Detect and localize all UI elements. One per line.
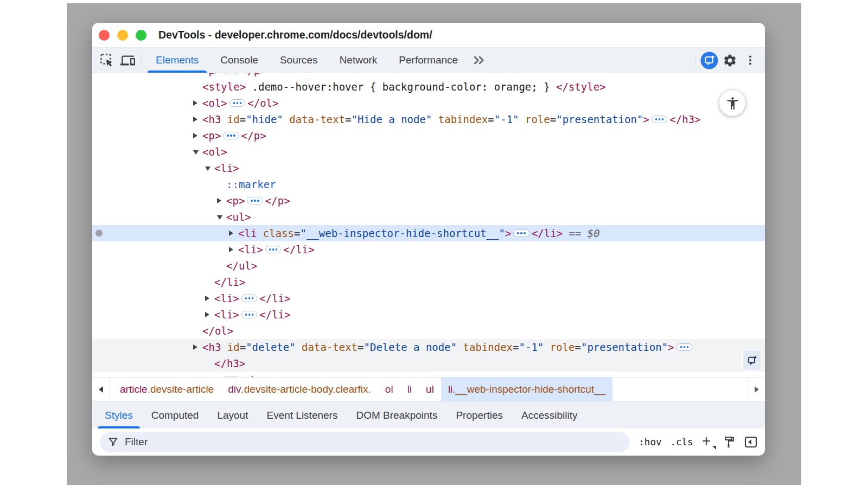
dom-tree-row[interactable]: </ul> bbox=[92, 258, 765, 274]
more-tabs-icon[interactable] bbox=[469, 48, 489, 73]
expander-arrow-icon[interactable] bbox=[205, 165, 214, 171]
expander-arrow-icon[interactable] bbox=[217, 198, 226, 203]
ellipsis-expand-icon[interactable] bbox=[676, 343, 693, 351]
dom-tree-row[interactable]: <li> bbox=[92, 160, 765, 176]
dom-tree-row[interactable]: <li></li> bbox=[92, 241, 765, 258]
expander-arrow-icon[interactable] bbox=[193, 133, 202, 138]
dom-tree-panel: <p></p><style> .demo--hover:hover { back… bbox=[92, 73, 765, 377]
dom-tree-row[interactable]: <h3 id="hide" data-text="Hide a node" ta… bbox=[92, 111, 765, 127]
code-token-text: .demo--hover:hover { background-color: o… bbox=[246, 81, 556, 93]
dom-tree-row[interactable]: <p></p> bbox=[92, 193, 765, 209]
tab-dom-breakpoints[interactable]: DOM Breakpoints bbox=[347, 402, 446, 428]
ellipsis-expand-icon[interactable] bbox=[247, 197, 263, 204]
new-style-rule-button[interactable]: + bbox=[702, 433, 714, 451]
window-titlebar: DevTools - developer.chrome.com/docs/dev… bbox=[92, 23, 765, 48]
dom-tree-row[interactable]: ::marker bbox=[92, 176, 765, 193]
expander-arrow-icon[interactable] bbox=[229, 231, 238, 236]
breadcrumb-item-article-devsite-article[interactable]: article.devsite-article bbox=[113, 378, 221, 401]
paint-format-icon[interactable] bbox=[723, 436, 736, 449]
dom-tree-row[interactable]: </h3> bbox=[92, 355, 765, 372]
code-token-text: = bbox=[358, 341, 363, 353]
panel-tabs: ElementsConsoleSourcesNetworkPerformance bbox=[145, 48, 469, 73]
zoom-window-button[interactable] bbox=[136, 30, 146, 41]
minimize-window-button[interactable] bbox=[117, 30, 128, 41]
code-token-tag: <ul> bbox=[226, 211, 251, 223]
code-token-attr: tabindex bbox=[463, 341, 513, 353]
dom-tree-row[interactable]: <p></p> bbox=[92, 127, 765, 144]
tab-performance[interactable]: Performance bbox=[388, 48, 469, 73]
element-classes-button[interactable]: .cls bbox=[670, 437, 693, 447]
expander-arrow-icon[interactable] bbox=[193, 117, 202, 122]
dom-tree-row[interactable]: <li></li> bbox=[92, 290, 765, 306]
ellipsis-expand-icon[interactable] bbox=[223, 376, 239, 377]
ellipsis-expand-icon[interactable] bbox=[652, 116, 668, 123]
dom-tree: <p></p><style> .demo--hover:hover { back… bbox=[92, 73, 765, 377]
crumb-tag: article bbox=[120, 383, 148, 395]
code-token-tag: <h3 bbox=[202, 113, 221, 125]
tab-sources[interactable]: Sources bbox=[269, 48, 329, 73]
expander-arrow-icon[interactable] bbox=[193, 149, 202, 155]
code-token-attr: tabindex bbox=[438, 113, 488, 125]
expander-arrow-icon[interactable] bbox=[205, 312, 214, 317]
ellipsis-expand-icon[interactable] bbox=[223, 132, 239, 139]
toggle-element-state-button[interactable]: :hov bbox=[639, 437, 661, 447]
dom-tree-row[interactable]: </ol> bbox=[92, 323, 765, 339]
breadcrumb-item-ol[interactable]: ol bbox=[378, 378, 400, 401]
code-token-tag: </li> bbox=[214, 276, 245, 288]
device-toolbar-icon[interactable] bbox=[117, 48, 138, 73]
code-token-tag: </ol> bbox=[247, 97, 278, 109]
tab-console[interactable]: Console bbox=[209, 48, 269, 73]
code-token-tag: <h3 bbox=[202, 341, 221, 353]
expander-arrow-icon[interactable] bbox=[229, 247, 238, 252]
expander-arrow-icon[interactable] bbox=[205, 296, 214, 301]
ellipsis-expand-icon[interactable] bbox=[265, 246, 282, 253]
breadcrumb-item-ul[interactable]: ul bbox=[419, 378, 441, 401]
tab-network[interactable]: Network bbox=[329, 48, 388, 73]
ellipsis-expand-icon[interactable] bbox=[223, 73, 239, 74]
breadcrumb-scroll-left-icon[interactable] bbox=[92, 378, 110, 401]
dom-tree-row[interactable]: </li> bbox=[92, 274, 765, 290]
breadcrumb-scroll-right-icon[interactable] bbox=[748, 378, 765, 401]
expander-arrow-icon[interactable] bbox=[193, 344, 202, 350]
kebab-menu-icon[interactable] bbox=[740, 48, 761, 73]
breadcrumb-item-div-devsite-article-body-clearfix-[interactable]: div.devsite-article-body.clearfix. bbox=[221, 378, 378, 401]
ai-assistance-icon[interactable] bbox=[699, 48, 719, 73]
expander-arrow-icon[interactable] bbox=[193, 100, 202, 106]
ellipsis-expand-icon[interactable] bbox=[241, 295, 258, 302]
expander-arrow-icon[interactable] bbox=[217, 214, 226, 220]
ellipsis-expand-icon[interactable] bbox=[229, 99, 246, 107]
tab-event-listeners[interactable]: Event Listeners bbox=[257, 402, 347, 428]
dom-tree-row[interactable]: <li class="__web-inspector-hide-shortcut… bbox=[92, 225, 765, 241]
code-token-text: = bbox=[345, 113, 351, 125]
dom-tree-row[interactable]: <ul> bbox=[92, 209, 765, 225]
styles-filter-input[interactable]: Filter bbox=[100, 432, 630, 452]
tab-layout[interactable]: Layout bbox=[208, 402, 257, 428]
sidebar-toggle-icon[interactable] bbox=[744, 436, 757, 449]
close-window-button[interactable] bbox=[99, 30, 110, 41]
devtools-toolbar: ElementsConsoleSourcesNetworkPerformance bbox=[92, 48, 765, 73]
code-token-text: = bbox=[240, 113, 246, 125]
tab-properties[interactable]: Properties bbox=[446, 402, 512, 428]
ellipsis-expand-icon[interactable] bbox=[513, 229, 529, 237]
dom-tree-row[interactable]: <p></p> bbox=[92, 73, 765, 79]
dom-tree-row[interactable]: <ol> bbox=[92, 144, 765, 160]
tab-computed[interactable]: Computed bbox=[142, 402, 208, 428]
dom-tree-row[interactable]: <ol></ol> bbox=[92, 95, 765, 111]
dom-tree-row[interactable]: <style> .demo--hover:hover { background-… bbox=[92, 79, 765, 95]
dom-tree-row[interactable]: <p></p> bbox=[92, 372, 765, 377]
breadcrumb-item-li[interactable]: li bbox=[400, 378, 419, 401]
code-token-tag: > bbox=[668, 341, 674, 353]
code-token-tag: </ol> bbox=[202, 325, 233, 337]
code-token-tag: </p> bbox=[265, 195, 290, 207]
tab-styles[interactable]: Styles bbox=[95, 402, 142, 428]
breadcrumb-item-li-web-inspector-hide-shortcut-[interactable]: li.__web-inspector-hide-shortcut__ bbox=[441, 378, 612, 401]
tab-elements[interactable]: Elements bbox=[145, 48, 209, 73]
ai-chat-floating-button[interactable] bbox=[742, 349, 762, 372]
accessibility-overlay-button[interactable] bbox=[719, 90, 745, 116]
ellipsis-expand-icon[interactable] bbox=[241, 311, 258, 318]
inspect-cursor-icon[interactable] bbox=[97, 48, 117, 73]
tab-accessibility[interactable]: Accessibility bbox=[512, 402, 586, 428]
dom-tree-row[interactable]: <li></li> bbox=[92, 306, 765, 323]
dom-tree-row[interactable]: <h3 id="delete" data-text="Delete a node… bbox=[92, 339, 765, 355]
gear-icon[interactable] bbox=[719, 48, 740, 73]
